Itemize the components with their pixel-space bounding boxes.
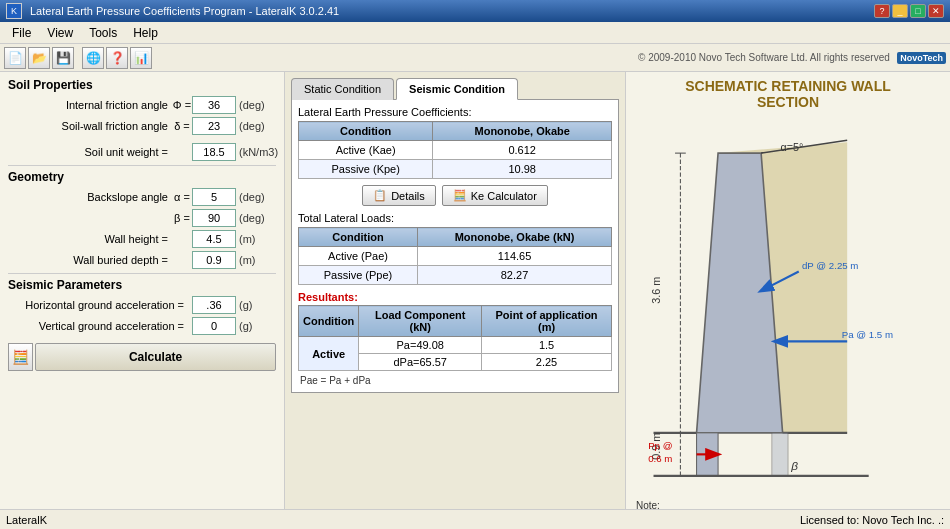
horizontal-accel-label: Horizontal ground acceleration =: [8, 299, 188, 311]
soil-unit-weight-input[interactable]: [192, 143, 236, 161]
beta-row: β = (deg): [8, 209, 276, 227]
wall-height-unit: (m): [236, 233, 276, 245]
soil-wall-label: Soil-wall friction angle: [8, 120, 172, 132]
svg-text:Pa @ 1.5 m: Pa @ 1.5 m: [842, 329, 893, 340]
seismic-tab-content: Lateral Earth Pressure Coefficients: Con…: [291, 99, 619, 393]
footer-note: Pae = Pa + dPa: [298, 375, 612, 386]
dpa-value: dPa=65.57: [359, 354, 482, 371]
soil-unit-weight-row: Soil unit weight = (kN/m3): [8, 143, 276, 161]
svg-text:3.6 m: 3.6 m: [650, 277, 662, 304]
vertical-accel-unit: (g): [236, 320, 276, 332]
toolbar-info[interactable]: 📊: [130, 47, 152, 69]
svg-text:0.6 m: 0.6 m: [648, 453, 672, 464]
horizontal-accel-row: Horizontal ground acceleration = (g): [8, 296, 276, 314]
passive-ppe-label: Passive (Ppe): [299, 266, 418, 285]
table-row: Active Pa=49.08 1.5: [299, 337, 612, 354]
pressure-col-mononobe: Mononobe, Okabe: [433, 122, 612, 141]
table-row: Passive (Ppe) 82.27: [299, 266, 612, 285]
svg-rect-6: [772, 433, 788, 476]
status-bar: LateralK Licensed to: Novo Tech Inc. .:: [0, 509, 950, 529]
ke-calc-icon: 🧮: [453, 189, 467, 202]
calculate-button[interactable]: Calculate: [35, 343, 276, 371]
horizontal-accel-unit: (g): [236, 299, 276, 311]
details-button[interactable]: 📋 Details: [362, 185, 436, 206]
calc-icon[interactable]: 🧮: [8, 343, 33, 371]
beta-input[interactable]: [192, 209, 236, 227]
tab-static[interactable]: Static Condition: [291, 78, 394, 100]
help-button[interactable]: ?: [874, 4, 890, 18]
minimize-button[interactable]: _: [892, 4, 908, 18]
geometry-title: Geometry: [8, 170, 276, 184]
beta-symbol-label: β =: [172, 212, 192, 224]
pressure-col-condition: Condition: [299, 122, 433, 141]
loads-col-condition: Condition: [299, 228, 418, 247]
active-kae-label: Active (Kae): [299, 141, 433, 160]
pa-point: 1.5: [482, 337, 612, 354]
novotech-logo: NovoTech: [897, 52, 946, 64]
soil-wall-input[interactable]: [192, 117, 236, 135]
title-bar: K Lateral Earth Pressure Coefficients Pr…: [0, 0, 950, 22]
wall-buried-input[interactable]: [192, 251, 236, 269]
soil-unit-weight-unit: (kN/m3): [236, 146, 276, 158]
left-panel: Soil Properties Internal friction angle …: [0, 72, 285, 515]
main-content: Soil Properties Internal friction angle …: [0, 72, 950, 515]
soil-wall-unit: (deg): [236, 120, 276, 132]
alpha-symbol: α =: [172, 191, 192, 203]
internal-friction-input[interactable]: [192, 96, 236, 114]
wall-buried-row: Wall buried depth = (m): [8, 251, 276, 269]
passive-kpe-value: 10.98: [433, 160, 612, 179]
internal-friction-row: Internal friction angle Φ = (deg): [8, 96, 276, 114]
wall-buried-label: Wall buried depth =: [8, 254, 172, 266]
toolbar-new[interactable]: 📄: [4, 47, 26, 69]
wall-buried-unit: (m): [236, 254, 276, 266]
toolbar-globe[interactable]: 🌐: [82, 47, 104, 69]
menu-file[interactable]: File: [4, 24, 39, 42]
menu-tools[interactable]: Tools: [81, 24, 125, 42]
svg-text:β: β: [790, 460, 798, 474]
seismic-params-title: Seismic Parameters: [8, 278, 276, 292]
table-row: Active (Pae) 114.65: [299, 247, 612, 266]
wall-height-input[interactable]: [192, 230, 236, 248]
res-col-load: Load Component (kN): [359, 306, 482, 337]
vertical-accel-row: Vertical ground acceleration = (g): [8, 317, 276, 335]
delta-symbol: δ =: [172, 120, 192, 132]
app-name-status: LateralK: [6, 514, 47, 526]
backslope-input[interactable]: [192, 188, 236, 206]
ke-calculator-button[interactable]: 🧮 Ke Calculator: [442, 185, 548, 206]
soil-wall-friction-row: Soil-wall friction angle δ = (deg): [8, 117, 276, 135]
tab-bar: Static Condition Seismic Condition: [291, 78, 619, 100]
horizontal-accel-input[interactable]: [192, 296, 236, 314]
licensed-to: Licensed to: Novo Tech Inc. .:: [800, 514, 944, 526]
loads-table: Condition Mononobe, Okabe (kN) Active (P…: [298, 227, 612, 285]
soil-unit-weight-label: Soil unit weight =: [8, 146, 172, 158]
resultants-title: Resultants:: [298, 291, 612, 303]
toolbar-save[interactable]: 💾: [52, 47, 74, 69]
pressure-table: Condition Mononobe, Okabe Active (Kae) 0…: [298, 121, 612, 179]
svg-text:α=5°: α=5°: [780, 141, 803, 153]
active-pae-value: 114.65: [418, 247, 612, 266]
passive-ppe-value: 82.27: [418, 266, 612, 285]
close-button[interactable]: ✕: [928, 4, 944, 18]
menu-bar: File View Tools Help: [0, 22, 950, 44]
copyright-text: © 2009-2010 Novo Tech Software Ltd. All …: [638, 52, 890, 63]
dpa-point: 2.25: [482, 354, 612, 371]
svg-text:Pp @: Pp @: [648, 440, 672, 451]
vertical-accel-input[interactable]: [192, 317, 236, 335]
loads-col-mononobe: Mononobe, Okabe (kN): [418, 228, 612, 247]
toolbar-open[interactable]: 📂: [28, 47, 50, 69]
action-buttons: 📋 Details 🧮 Ke Calculator: [298, 185, 612, 206]
active-resultant-label: Active: [299, 337, 359, 371]
toolbar-help[interactable]: ❓: [106, 47, 128, 69]
menu-view[interactable]: View: [39, 24, 81, 42]
menu-help[interactable]: Help: [125, 24, 166, 42]
soil-properties-title: Soil Properties: [8, 78, 276, 92]
internal-friction-unit: (deg): [236, 99, 276, 111]
wall-height-row: Wall height = (m): [8, 230, 276, 248]
app-icon: K: [6, 3, 22, 19]
phi-symbol: Φ =: [172, 99, 192, 111]
right-panel: SCHEMATIC RETAINING WALL SECTION α=5°: [625, 72, 950, 515]
internal-friction-label: Internal friction angle: [8, 99, 172, 111]
backslope-row: Backslope angle α = (deg): [8, 188, 276, 206]
tab-seismic[interactable]: Seismic Condition: [396, 78, 518, 100]
maximize-button[interactable]: □: [910, 4, 926, 18]
